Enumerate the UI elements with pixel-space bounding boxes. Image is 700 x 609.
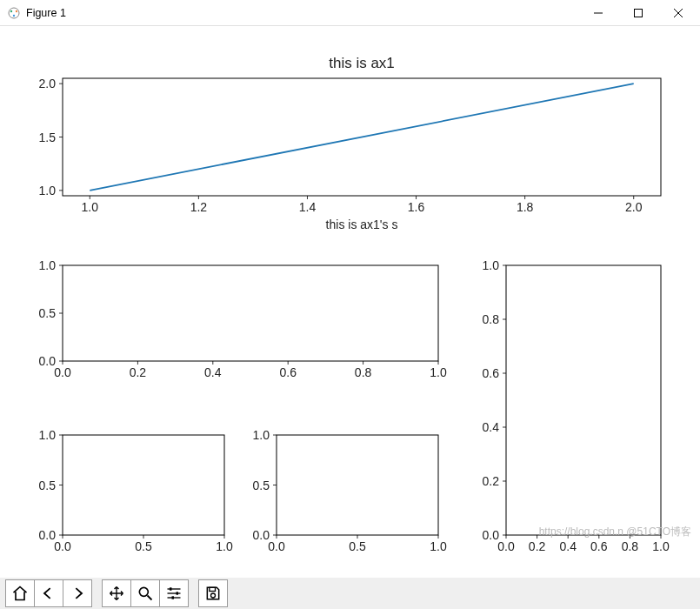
svg-point-106 <box>211 593 216 598</box>
maximize-button[interactable] <box>618 0 658 26</box>
svg-text:1.6: 1.6 <box>408 200 425 214</box>
axes-ax4: 0.00.51.00.00.51.0 <box>39 428 233 553</box>
zoom-icon <box>137 585 154 602</box>
svg-text:0.4: 0.4 <box>559 539 577 553</box>
svg-text:1.5: 1.5 <box>39 130 57 144</box>
zoom-button[interactable] <box>130 579 160 607</box>
save-icon <box>204 585 222 602</box>
svg-text:0.5: 0.5 <box>349 539 366 553</box>
configure-button[interactable] <box>159 579 189 607</box>
svg-text:1.0: 1.0 <box>430 365 447 379</box>
svg-text:0.5: 0.5 <box>135 539 152 553</box>
svg-text:0.8: 0.8 <box>355 365 372 379</box>
svg-text:0.4: 0.4 <box>483 420 500 434</box>
home-icon <box>11 585 29 602</box>
svg-text:0.6: 0.6 <box>483 366 500 380</box>
svg-point-3 <box>13 14 15 16</box>
figure-canvas[interactable]: 1.01.21.41.61.82.01.01.52.0this is ax1th… <box>0 26 700 578</box>
window-title: Figure 1 <box>26 7 66 19</box>
app-icon <box>7 6 21 20</box>
svg-text:1.0: 1.0 <box>483 258 500 272</box>
svg-rect-103 <box>177 592 179 594</box>
axes-ax5: 0.00.51.00.00.51.0 <box>253 428 447 553</box>
svg-rect-105 <box>210 587 216 591</box>
svg-text:0.2: 0.2 <box>130 365 147 379</box>
svg-rect-104 <box>172 596 175 599</box>
svg-text:2.0: 2.0 <box>625 200 643 214</box>
close-button[interactable] <box>658 0 698 26</box>
svg-text:1.0: 1.0 <box>82 200 99 214</box>
axes-ax1: 1.01.21.41.61.82.01.01.52.0this is ax1th… <box>39 55 661 231</box>
svg-point-2 <box>16 10 17 11</box>
axes-ax3: 0.00.20.40.60.81.00.00.20.40.60.81.0 <box>483 258 670 553</box>
svg-text:1.0: 1.0 <box>39 258 57 272</box>
svg-rect-71 <box>63 435 224 535</box>
svg-text:0.2: 0.2 <box>529 539 546 553</box>
svg-point-0 <box>9 8 19 18</box>
svg-text:0.0: 0.0 <box>253 528 270 542</box>
svg-text:0.8: 0.8 <box>483 312 500 326</box>
axes-title: this is ax1 <box>329 55 395 71</box>
minimize-icon <box>593 8 603 18</box>
save-button[interactable] <box>198 579 228 607</box>
maximize-icon <box>633 8 643 18</box>
svg-text:0.0: 0.0 <box>483 528 500 542</box>
back-arrow-icon <box>40 585 57 602</box>
close-icon <box>673 8 683 18</box>
svg-rect-5 <box>635 9 643 17</box>
matplotlib-toolbar <box>0 578 700 609</box>
svg-point-97 <box>139 587 148 596</box>
svg-text:1.2: 1.2 <box>190 200 208 214</box>
svg-text:1.0: 1.0 <box>430 539 447 553</box>
pan-icon <box>108 585 125 602</box>
line-ax1 <box>90 84 633 191</box>
window-controls <box>578 0 698 26</box>
minimize-button[interactable] <box>578 0 618 26</box>
svg-text:0.5: 0.5 <box>253 478 270 492</box>
svg-text:0.0: 0.0 <box>39 354 57 368</box>
svg-text:0.8: 0.8 <box>622 539 639 553</box>
svg-rect-27 <box>63 265 438 361</box>
svg-rect-102 <box>170 587 172 590</box>
svg-text:0.6: 0.6 <box>590 539 608 553</box>
svg-text:1.0: 1.0 <box>39 184 57 197</box>
axes-ax2: 0.00.20.40.60.81.00.00.51.0 <box>39 258 447 379</box>
forward-button[interactable] <box>63 579 92 607</box>
svg-rect-84 <box>277 435 438 535</box>
svg-text:1.0: 1.0 <box>216 539 233 553</box>
svg-text:0.5: 0.5 <box>39 306 57 320</box>
svg-text:1.8: 1.8 <box>517 200 534 214</box>
svg-text:1.4: 1.4 <box>299 200 317 214</box>
pan-button[interactable] <box>102 579 131 607</box>
svg-line-98 <box>148 596 152 600</box>
svg-text:1.0: 1.0 <box>652 539 670 553</box>
svg-point-1 <box>10 10 12 11</box>
svg-text:1.0: 1.0 <box>39 428 57 442</box>
svg-text:1.0: 1.0 <box>253 428 270 442</box>
svg-text:0.6: 0.6 <box>279 365 297 379</box>
axes-xlabel: this is ax1's s <box>326 218 398 231</box>
svg-text:0.0: 0.0 <box>54 365 71 379</box>
svg-text:0.5: 0.5 <box>39 478 57 492</box>
sliders-icon <box>165 585 183 602</box>
figure-window: Figure 1 1.01.21.41.61.82.01.01.52.0this… <box>0 0 700 609</box>
svg-text:0.0: 0.0 <box>39 528 57 542</box>
svg-text:0.2: 0.2 <box>483 474 500 488</box>
forward-arrow-icon <box>69 585 86 602</box>
svg-text:0.0: 0.0 <box>268 539 285 553</box>
svg-text:0.0: 0.0 <box>54 539 71 553</box>
titlebar: Figure 1 <box>0 0 700 26</box>
home-button[interactable] <box>5 579 35 607</box>
back-button[interactable] <box>34 579 63 607</box>
svg-rect-46 <box>506 265 661 535</box>
svg-text:0.0: 0.0 <box>497 539 515 553</box>
svg-text:0.4: 0.4 <box>204 365 222 379</box>
svg-text:2.0: 2.0 <box>39 77 57 90</box>
